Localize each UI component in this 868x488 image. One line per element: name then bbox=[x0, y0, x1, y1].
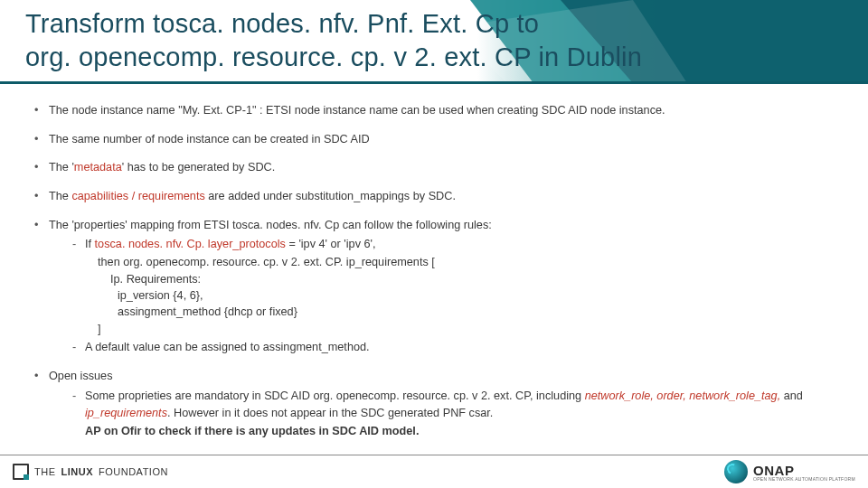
slide-header: Transform tosca. nodes. nfv. Pnf. Ext. C… bbox=[0, 0, 868, 84]
linux-foundation-logo: THE LINUX FOUNDATION bbox=[13, 464, 168, 480]
lf-mark-icon bbox=[13, 464, 29, 480]
onap-logo: ONAP OPEN NETWORK AUTOMATION PLATFORM bbox=[724, 460, 855, 483]
slide-body: The node instance name "My. Ext. CP-1" :… bbox=[0, 84, 868, 441]
bullet-capabilities: The capabilities / requirements are adde… bbox=[33, 188, 835, 206]
open-issue-mandatory-props: Some proprieties are mandatory in SDC AI… bbox=[72, 388, 835, 441]
bullet-same-number: The same number of node instance can be … bbox=[33, 131, 835, 149]
title-line-1: Transform tosca. nodes. nfv. Pnf. Ext. C… bbox=[25, 9, 539, 38]
mapping-block: then org. openecomp. resource. cp. v 2. … bbox=[98, 254, 835, 337]
title-line-2: org. openecomp. resource. cp. v 2. ext. … bbox=[25, 42, 642, 71]
bullet-open-issues: Open issues Some proprieties are mandato… bbox=[33, 368, 835, 441]
bullet-node-instance-name: The node instance name "My. Ext. CP-1" :… bbox=[33, 102, 835, 120]
action-point: AP on Ofir to check if there is any upda… bbox=[85, 423, 835, 441]
bullet-metadata: The 'metadata' has to be generated by SD… bbox=[33, 159, 835, 177]
bullet-properties-mapping: The 'properties' mapping from ETSI tosca… bbox=[33, 217, 835, 357]
slide-footer: THE LINUX FOUNDATION ONAP OPEN NETWORK A… bbox=[0, 455, 868, 488]
slide-title: Transform tosca. nodes. nfv. Pnf. Ext. C… bbox=[0, 0, 868, 74]
rule-layer-protocols: If tosca. nodes. nfv. Cp. layer_protocol… bbox=[72, 236, 835, 337]
rule-default-value: A default value can be assigned to assin… bbox=[72, 339, 835, 357]
onap-globe-icon bbox=[724, 460, 748, 483]
